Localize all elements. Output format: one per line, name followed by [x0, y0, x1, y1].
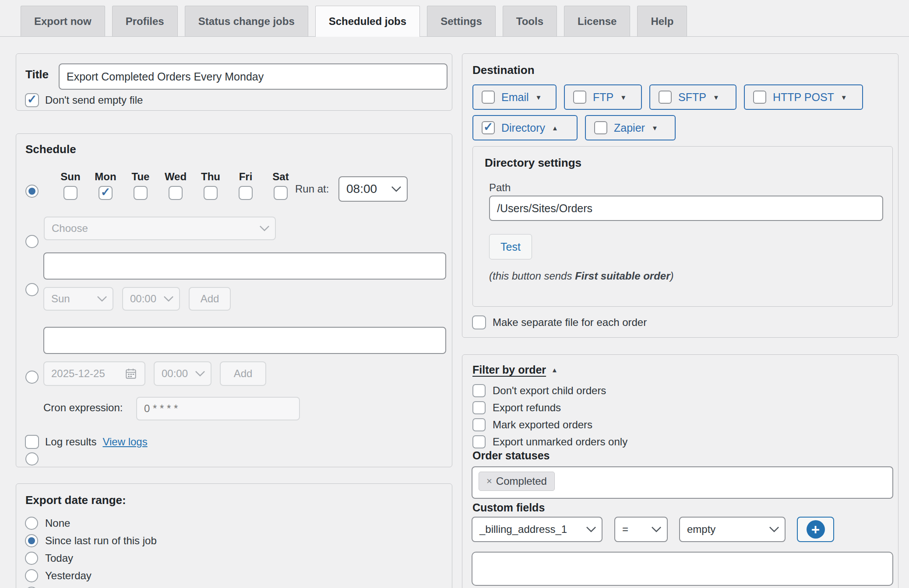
add-custom-field-button[interactable]: + — [797, 517, 834, 542]
range-radio-yesterday[interactable] — [25, 569, 38, 582]
destination-ftp-button[interactable]: ✓ FTP ▼ — [564, 84, 642, 110]
test-note: (this button sends First suitable order) — [489, 270, 674, 282]
filter-option-unmarked-only: ✓ Export unmarked orders only — [472, 435, 627, 449]
check-icon: ✓ — [101, 186, 111, 198]
title-input[interactable] — [59, 63, 447, 90]
day-checkbox-wed[interactable]: ✓ — [169, 186, 183, 200]
weektimes-time-value: 00:00 — [130, 293, 156, 305]
sftp-label: SFTP — [678, 91, 706, 104]
interval-choose-value: Choose — [52, 222, 88, 234]
filter-heading[interactable]: Filter by order — [472, 364, 546, 376]
dates-time-select[interactable]: 00:00 — [154, 361, 211, 386]
tab-status-change-jobs[interactable]: Status change jobs — [185, 6, 308, 36]
custom-field-select[interactable]: _billing_address_1 — [472, 517, 602, 542]
filter-by-order-panel: Filter by order ▲ ✓ Don't export child o… — [462, 354, 898, 588]
tab-bar: Export now Profiles Status change jobs S… — [21, 6, 687, 37]
export-date-range-options: None Since last run of this job Today Ye… — [25, 517, 157, 588]
custom-fields-conditions-area[interactable] — [472, 552, 893, 586]
cron-expression-input[interactable] — [136, 397, 300, 420]
range-radio-since-last-run[interactable] — [25, 534, 38, 547]
export-refunds-checkbox[interactable]: ✓ — [472, 401, 486, 414]
tab-settings[interactable]: Settings — [427, 6, 496, 36]
path-input[interactable] — [489, 196, 883, 221]
caret-down-icon: ▼ — [536, 94, 542, 101]
test-button[interactable]: Test — [489, 234, 532, 259]
zapier-checkbox[interactable]: ✓ — [594, 121, 607, 134]
dates-schedule-radio[interactable] — [25, 371, 39, 384]
destination-row-2: ✓ Directory ▲ ✓ Zapier ▼ — [472, 115, 676, 140]
cron-label: Cron expression: — [43, 402, 123, 414]
range-radio-today[interactable] — [25, 552, 38, 565]
dates-list-input[interactable] — [43, 327, 446, 354]
interval-choose-select[interactable]: Choose — [44, 217, 276, 240]
separate-file-checkbox[interactable]: ✓ — [472, 315, 486, 329]
interval-schedule-radio[interactable] — [25, 235, 39, 248]
child-orders-checkbox[interactable]: ✓ — [472, 384, 486, 397]
log-results-checkbox[interactable]: ✓ — [25, 435, 39, 449]
destination-row-1: ✓ Email ▼ ✓ FTP ▼ ✓ SFTP ▼ ✓ HTTP POST ▼ — [472, 84, 863, 110]
day-label-sun: Sun — [60, 171, 80, 183]
day-checkbox-mon[interactable]: ✓ — [99, 186, 113, 200]
date-picker-input[interactable]: 2025-12-25 — [43, 361, 145, 386]
unmarked-only-label: Export unmarked orders only — [493, 436, 627, 448]
status-tag-completed[interactable]: × Completed — [479, 472, 555, 491]
weekly-schedule-radio[interactable] — [25, 185, 39, 198]
dont-send-empty-checkbox[interactable]: ✓ — [25, 93, 39, 107]
filter-heading-row[interactable]: Filter by order ▲ — [472, 364, 558, 376]
destination-http-post-button[interactable]: ✓ HTTP POST ▼ — [744, 84, 863, 110]
filter-option-child-orders: ✓ Don't export child orders — [472, 384, 627, 398]
email-checkbox[interactable]: ✓ — [482, 91, 495, 104]
destination-panel: Destination ✓ Email ▼ ✓ FTP ▼ ✓ SFTP ▼ ✓… — [462, 53, 898, 338]
tab-profiles[interactable]: Profiles — [112, 6, 178, 36]
schedule-heading: Schedule — [25, 143, 76, 156]
filter-option-mark-exported: ✓ Mark exported orders — [472, 418, 627, 432]
directory-settings-heading: Directory settings — [485, 156, 581, 170]
tab-export-now[interactable]: Export now — [21, 6, 105, 36]
tab-scheduled-jobs[interactable]: Scheduled jobs — [315, 6, 420, 37]
http-post-label: HTTP POST — [773, 91, 834, 104]
caret-down-icon: ▼ — [841, 94, 847, 101]
weektimes-time-select[interactable]: 00:00 — [122, 287, 180, 311]
destination-zapier-button[interactable]: ✓ Zapier ▼ — [585, 115, 676, 140]
run-at-label: Run at: — [295, 183, 329, 195]
day-checkbox-tue[interactable]: ✓ — [134, 186, 148, 200]
day-checkbox-fri[interactable]: ✓ — [239, 186, 253, 200]
dates-add-button[interactable]: Add — [220, 361, 266, 386]
calendar-icon — [124, 367, 137, 380]
weektimes-schedule-radio[interactable] — [25, 283, 39, 296]
tab-tools[interactable]: Tools — [503, 6, 557, 36]
weektimes-list-input[interactable] — [43, 252, 446, 280]
range-radio-none[interactable] — [25, 517, 38, 530]
cron-schedule-radio[interactable] — [25, 452, 39, 466]
weektimes-day-select[interactable]: Sun — [43, 287, 113, 311]
ftp-checkbox[interactable]: ✓ — [573, 91, 586, 104]
destination-sftp-button[interactable]: ✓ SFTP ▼ — [649, 84, 736, 110]
close-icon[interactable]: × — [486, 476, 492, 486]
run-at-select[interactable]: 08:00 — [338, 176, 408, 202]
view-logs-link[interactable]: View logs — [102, 436, 147, 448]
unmarked-only-checkbox[interactable]: ✓ — [472, 435, 486, 448]
tab-license[interactable]: License — [564, 6, 630, 36]
value-select[interactable]: empty — [679, 517, 786, 542]
order-statuses-field[interactable]: × Completed — [472, 466, 893, 499]
mark-exported-checkbox[interactable]: ✓ — [472, 418, 486, 431]
tab-help[interactable]: Help — [637, 6, 687, 36]
day-label-thu: Thu — [201, 171, 220, 183]
custom-fields-row: _billing_address_1 = empty + — [472, 517, 834, 542]
destination-heading: Destination — [472, 63, 535, 77]
http-post-checkbox[interactable]: ✓ — [753, 91, 766, 104]
daycol-tue: Tue ✓ — [123, 171, 158, 200]
chevron-down-icon — [195, 367, 205, 377]
run-at-value: 08:00 — [346, 182, 377, 196]
destination-directory-button[interactable]: ✓ Directory ▲ — [472, 115, 578, 140]
test-note-bold: First suitable order — [575, 270, 670, 282]
day-checkbox-thu[interactable]: ✓ — [204, 186, 218, 200]
destination-email-button[interactable]: ✓ Email ▼ — [472, 84, 557, 110]
operator-select[interactable]: = — [614, 517, 668, 542]
directory-checkbox[interactable]: ✓ — [482, 121, 495, 134]
weektimes-add-button[interactable]: Add — [189, 287, 231, 311]
range-option-today: Today — [25, 552, 157, 565]
sftp-checkbox[interactable]: ✓ — [659, 91, 672, 104]
day-checkbox-sun[interactable]: ✓ — [63, 186, 78, 200]
day-checkbox-sat[interactable]: ✓ — [274, 186, 288, 200]
